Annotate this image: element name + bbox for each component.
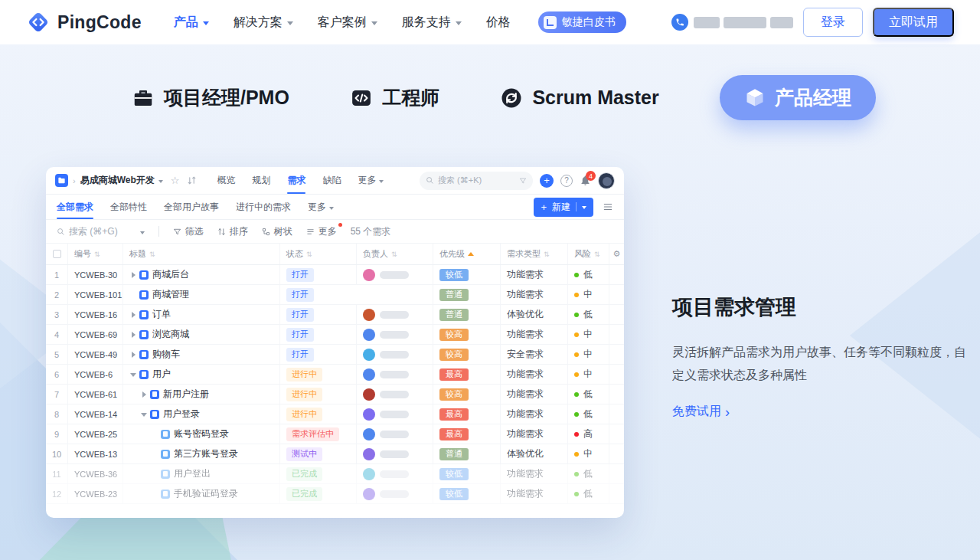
status-badge[interactable]: 打开 [286,288,314,302]
select-all-checkbox[interactable] [53,250,61,258]
table-settings-gear-icon[interactable]: ⚙ [609,244,624,264]
status-badge[interactable]: 打开 [286,348,314,362]
persona-tab-engineer[interactable]: 工程师 [350,85,439,110]
more-options-button[interactable]: 更多 [306,225,337,238]
issue-title[interactable]: 订单 [152,308,171,321]
issue-title[interactable]: 浏览商城 [152,328,189,341]
nav-item-pricing[interactable]: 价格 [486,15,511,31]
status-badge[interactable]: 打开 [286,328,314,342]
sort-button[interactable]: 排序 [217,225,248,238]
login-button[interactable]: 登录 [803,8,863,37]
expand-icon[interactable] [129,371,137,378]
project-breadcrumb[interactable]: 易成商城Web开发 [80,174,163,187]
global-search-input[interactable]: 搜索 (⌘+K) [420,172,533,190]
table-row[interactable]: 5 YCWEB-49 购物车 打开 较高 安全需求 中 [46,345,624,365]
issue-title[interactable]: 商城管理 [152,288,189,301]
priority-badge[interactable]: 较低 [439,468,469,480]
issue-title[interactable]: 手机验证码登录 [174,487,238,500]
table-row[interactable]: 10 YCWEB-13 第三方账号登录 测试中 普通 体验优化 中 [46,444,624,464]
column-header-status[interactable]: 状态⇅ [279,244,356,264]
filter-button[interactable]: 筛选 [173,225,204,238]
issue-title[interactable]: 账号密码登录 [174,427,229,440]
priority-badge[interactable]: 较高 [439,388,469,401]
column-header-id[interactable]: 编号⇅ [67,244,122,264]
tab-planning[interactable]: 规划 [252,167,270,194]
persona-tab-product-manager[interactable]: 产品经理 [720,75,876,120]
nav-item-products[interactable]: 产品 [174,15,209,31]
status-badge[interactable]: 进行中 [286,368,322,382]
switch-view-icon[interactable] [187,175,197,185]
quick-create-button[interactable]: + [540,174,554,188]
table-row[interactable]: 8 YCWEB-14 用户登录 进行中 最高 功能需求 低 [46,404,624,424]
free-trial-link[interactable]: 免费试用› [672,404,730,420]
table-row[interactable]: 9 YCWEB-25 账号密码登录 需求评估中 最高 功能需求 高 [46,424,624,444]
expand-icon[interactable] [140,411,148,418]
subtab-in-progress[interactable]: 进行中的需求 [236,195,291,219]
status-badge[interactable]: 已完成 [286,467,322,481]
status-badge[interactable]: 已完成 [286,487,322,501]
new-item-button[interactable]: + 新建 [534,198,593,217]
priority-badge[interactable]: 最高 [439,428,469,440]
issue-title[interactable]: 商城后台 [152,268,189,281]
column-header-title[interactable]: 标题⇅ [122,244,279,264]
column-header-risk[interactable]: 风险⇅ [567,244,609,264]
column-header-priority[interactable]: 优先级 [433,244,500,264]
table-row[interactable]: 4 YCWEB-69 浏览商城 打开 较高 功能需求 中 [46,325,624,345]
nav-item-solutions[interactable]: 解决方案 [234,15,293,31]
table-search-input[interactable]: 搜索 (⌘+G) [57,225,145,238]
expand-icon[interactable] [129,311,137,319]
column-header-assignee[interactable]: 负责人⇅ [356,244,433,264]
tab-overview[interactable]: 概览 [217,167,235,194]
list-view-icon[interactable] [603,201,613,212]
issue-title[interactable]: 第三方账号登录 [174,447,238,460]
status-badge[interactable]: 需求评估中 [286,427,339,441]
priority-badge[interactable]: 普通 [439,309,469,321]
persona-tab-project-manager[interactable]: 项目经理/PMO [132,85,289,110]
pingcode-logo[interactable]: PingCode [26,10,142,34]
priority-badge[interactable]: 普通 [439,289,469,301]
expand-icon[interactable] [151,470,158,478]
issue-title[interactable]: 用户登录 [163,408,200,421]
tab-defects[interactable]: 缺陷 [322,167,341,194]
help-icon[interactable]: ? [560,175,573,187]
table-row[interactable]: 6 YCWEB-6 用户 进行中 最高 功能需求 中 [46,365,624,385]
tab-more[interactable]: 更多 [358,167,384,194]
table-row[interactable]: 7 YCWEB-61 新用户注册 进行中 较高 功能需求 低 [46,385,624,404]
table-row[interactable]: 2 YCWEB-101 商城管理 打开 普通 功能需求 中 [46,285,624,305]
nav-item-customers[interactable]: 客户案例 [318,15,377,31]
expand-icon[interactable] [129,351,137,359]
priority-badge[interactable]: 较高 [439,349,469,361]
priority-badge[interactable]: 最高 [439,408,469,421]
expand-icon[interactable] [129,291,137,299]
priority-badge[interactable]: 较低 [439,269,469,281]
column-header-type[interactable]: 需求类型⇅ [500,244,567,264]
issue-title[interactable]: 购物车 [152,348,180,361]
priority-badge[interactable]: 较低 [439,488,469,500]
nav-item-support[interactable]: 服务支持 [402,15,462,31]
status-badge[interactable]: 测试中 [286,447,322,461]
status-badge[interactable]: 打开 [286,268,314,282]
star-favorite-icon[interactable]: ☆ [171,175,180,186]
expand-icon[interactable] [140,391,148,398]
persona-tab-scrum-master[interactable]: Scrum Master [500,87,658,110]
issue-title[interactable]: 新用户注册 [163,388,209,401]
notifications-bell-icon[interactable]: 4 [580,175,591,186]
status-badge[interactable]: 进行中 [286,388,322,401]
user-avatar[interactable] [598,172,615,189]
status-badge[interactable]: 进行中 [286,408,322,421]
expand-icon[interactable] [151,450,158,458]
subtab-all-user-stories[interactable]: 全部用户故事 [164,195,219,219]
expand-icon[interactable] [129,331,137,339]
free-trial-button[interactable]: 立即试用 [873,8,954,37]
table-row[interactable]: 3 YCWEB-16 订单 打开 普通 体验优化 低 [46,305,624,325]
project-folder-icon[interactable] [55,174,68,187]
issue-title[interactable]: 用户登出 [174,467,211,480]
tree-view-button[interactable]: 树状 [262,225,292,238]
tab-requirements[interactable]: 需求 [287,167,305,194]
table-row[interactable]: 12 YCWEB-23 手机验证码登录 已完成 较低 功能需求 低 [46,484,624,504]
subtab-all-features[interactable]: 全部特性 [110,195,147,219]
subtab-all-requirements[interactable]: 全部需求 [57,195,93,219]
priority-badge[interactable]: 普通 [439,448,469,460]
expand-icon[interactable] [151,490,158,498]
status-badge[interactable]: 打开 [286,308,314,322]
